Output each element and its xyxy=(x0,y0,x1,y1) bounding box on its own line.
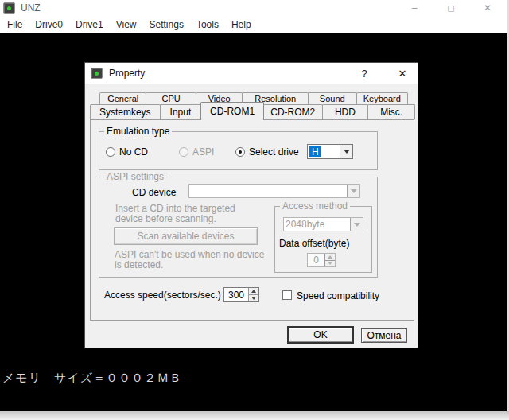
menu-drive0[interactable]: Drive0 xyxy=(29,19,69,30)
drive-letter-combobox[interactable]: H xyxy=(307,144,353,159)
tab-hdd[interactable]: HDD xyxy=(322,104,369,119)
access-method-combobox: 2048byte xyxy=(283,217,363,231)
tab-keyboard[interactable]: Keyboard xyxy=(356,92,409,104)
tab-cdrom1[interactable]: CD-ROM1 xyxy=(200,102,264,120)
radio-select-drive-label: Select drive xyxy=(249,146,299,158)
drive-letter-value: H xyxy=(309,146,321,158)
arrow-down-icon xyxy=(251,297,256,300)
radio-no-cd[interactable]: No CD xyxy=(106,146,148,158)
radio-select-drive[interactable]: Select drive xyxy=(235,146,299,158)
radio-no-cd-circle-icon[interactable] xyxy=(106,147,115,157)
minimize-button[interactable]: – xyxy=(402,0,427,16)
menu-view[interactable]: View xyxy=(110,19,143,30)
property-dialog-icon xyxy=(91,68,103,79)
data-offset-spinner: 0 xyxy=(307,253,336,267)
data-offset-down-button xyxy=(325,260,335,267)
arrow-up-icon xyxy=(251,290,256,293)
unz-emulator-window: UNZ – ▢ ✕ File Drive0 Drive1 View Settin… xyxy=(0,0,509,420)
ok-button[interactable]: OK xyxy=(287,326,354,344)
tab-cpu[interactable]: CPU xyxy=(146,92,196,104)
property-dialog: Property ? ✕ Emulation type No CD ASPI S… xyxy=(84,62,418,348)
menu-tools[interactable]: Tools xyxy=(190,19,225,30)
tab-content-pane: Emulation type No CD ASPI Select drive H xyxy=(90,119,414,321)
radio-aspi-label: ASPI xyxy=(192,146,214,158)
tab-row-2: Systemkeys Input CD-ROM1 CD-ROM2 HDD Mis… xyxy=(90,104,414,119)
data-offset-up-button xyxy=(325,254,335,260)
close-button[interactable]: ✕ xyxy=(475,0,500,16)
emulated-screen-memory-text: メモリ サイズ＝０００２ＭＢ xyxy=(2,371,182,386)
access-speed-label: Access speed(sectors/sec.) xyxy=(104,290,221,301)
insert-cd-hint: Insert a CD into the targeted device bef… xyxy=(115,204,235,224)
arrow-down-icon xyxy=(328,262,332,265)
cd-device-value xyxy=(189,185,347,197)
aspi-unavailable-hint: ASPI can't be used when no device is det… xyxy=(115,250,264,270)
radio-select-drive-circle-icon[interactable] xyxy=(235,147,245,157)
drive-combo-dropdown-button[interactable] xyxy=(340,145,352,158)
menu-file[interactable]: File xyxy=(1,19,29,30)
data-offset-label: Data offset(byte) xyxy=(279,238,350,249)
tab-general[interactable]: General xyxy=(99,92,146,104)
chevron-down-icon xyxy=(351,189,357,193)
window-titlebar: UNZ xyxy=(0,0,507,16)
dialog-help-button[interactable]: ? xyxy=(352,63,376,84)
window-title: UNZ xyxy=(21,2,41,14)
scan-devices-button: Scan available devices xyxy=(114,228,258,245)
cd-device-combobox xyxy=(188,184,360,198)
maximize-button[interactable]: ▢ xyxy=(438,0,464,16)
tab-input[interactable]: Input xyxy=(160,104,202,119)
data-offset-value: 0 xyxy=(308,254,324,266)
menubar: File Drive0 Drive1 View Settings Tools H… xyxy=(0,16,507,33)
access-method-group: Access method 2048byte Data offset(byte)… xyxy=(274,206,372,273)
unz-app-icon xyxy=(3,2,15,14)
emulation-type-group: Emulation type No CD ASPI Select drive H xyxy=(99,131,378,170)
arrow-up-icon xyxy=(328,255,332,259)
access-method-dropdown-button xyxy=(350,218,363,231)
radio-no-cd-label: No CD xyxy=(119,146,148,158)
aspi-settings-legend: ASPI settings xyxy=(104,172,166,181)
chevron-down-icon xyxy=(344,150,350,154)
speed-compatibility-checkbox[interactable] xyxy=(282,290,292,300)
access-speed-spinner[interactable]: 300 xyxy=(223,287,259,302)
access-method-legend: Access method xyxy=(280,201,350,211)
radio-aspi: ASPI xyxy=(179,146,214,158)
menu-drive1[interactable]: Drive1 xyxy=(69,19,110,30)
dialog-close-button[interactable]: ✕ xyxy=(390,63,414,84)
tab-systemkeys[interactable]: Systemkeys xyxy=(90,104,161,119)
access-speed-value[interactable]: 300 xyxy=(224,288,248,301)
tab-misc[interactable]: Misc. xyxy=(367,104,415,119)
cancel-button[interactable]: Отмена xyxy=(361,328,407,343)
tab-sound[interactable]: Sound xyxy=(308,92,356,104)
menu-settings[interactable]: Settings xyxy=(143,19,190,30)
chevron-down-icon xyxy=(354,223,360,227)
access-speed-up-button[interactable] xyxy=(249,288,258,294)
cd-device-dropdown-button xyxy=(347,185,359,197)
access-speed-down-button[interactable] xyxy=(249,294,258,301)
speed-compatibility-label: Speed compatibility xyxy=(297,290,379,301)
menu-help[interactable]: Help xyxy=(225,19,258,30)
dialog-title: Property xyxy=(109,68,145,79)
cd-device-label: CD device xyxy=(132,187,176,198)
aspi-settings-group: ASPI settings CD device Insert a CD into… xyxy=(99,177,378,278)
window-bottom-border[interactable] xyxy=(0,411,509,420)
access-method-value: 2048byte xyxy=(284,218,350,231)
emulation-type-legend: Emulation type xyxy=(104,126,172,136)
radio-aspi-circle-icon xyxy=(179,147,188,157)
tab-cdrom2[interactable]: CD-ROM2 xyxy=(263,104,323,119)
